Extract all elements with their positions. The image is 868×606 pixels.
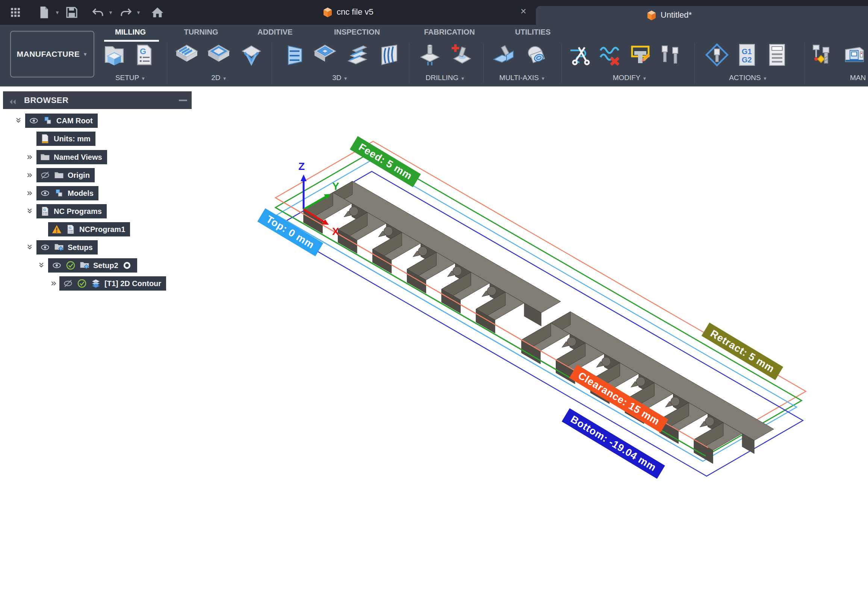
viewport-3d-scene[interactable]: ZYX xyxy=(244,124,845,504)
close-tab-icon[interactable]: × xyxy=(521,6,527,17)
trim-toolpath-icon[interactable] xyxy=(568,43,592,67)
face-icon[interactable] xyxy=(175,43,199,67)
undo-icon[interactable] xyxy=(91,5,105,20)
drill-icon[interactable] xyxy=(418,43,442,67)
group-manage[interactable]: MAN xyxy=(850,74,866,82)
group-setup[interactable]: SETUP ▼ xyxy=(115,74,146,82)
tool-library-icon[interactable] xyxy=(810,43,834,67)
layers-icon xyxy=(91,278,101,289)
chevron-collapsed-icon[interactable] xyxy=(25,170,34,180)
document-icon xyxy=(322,6,334,19)
swarf-icon[interactable] xyxy=(491,43,516,67)
title-bar: ▼ ▼ ▼ cnc file v5 × Untitled* xyxy=(0,0,868,25)
folder-icon xyxy=(40,152,50,162)
eye-icon[interactable] xyxy=(40,188,50,199)
gcode-document-icon xyxy=(65,224,76,235)
undo-menu-caret[interactable]: ▼ xyxy=(108,10,113,16)
warning-icon xyxy=(51,224,62,235)
redo-menu-caret[interactable]: ▼ xyxy=(136,10,141,16)
group-separator xyxy=(409,43,409,84)
adaptive-3d-icon[interactable] xyxy=(282,43,306,67)
post-process-icon[interactable] xyxy=(735,43,759,67)
group-separator xyxy=(694,43,695,84)
file-menu-caret[interactable]: ▼ xyxy=(55,10,60,16)
ribbon: MANUFACTURE ▼ MILLING TURNING ADDITIVE I… xyxy=(0,25,868,87)
chevron-expanded-icon[interactable] xyxy=(36,261,46,270)
chevron-expanded-icon[interactable] xyxy=(25,207,34,216)
group-separator xyxy=(272,43,272,84)
group-3d[interactable]: 3D ▼ xyxy=(332,74,347,82)
group-separator xyxy=(804,43,805,84)
group-separator xyxy=(561,43,562,84)
new-setup-icon[interactable] xyxy=(102,43,126,67)
tab-inspection[interactable]: INSPECTION xyxy=(334,28,380,36)
browser-title: BROWSER xyxy=(24,95,68,105)
home-icon[interactable] xyxy=(150,5,164,20)
eye-off-icon[interactable] xyxy=(40,170,50,180)
drill-tap-icon[interactable] xyxy=(450,43,474,67)
setup-folder-icon xyxy=(54,242,64,253)
tab-utilities[interactable]: UTILITIES xyxy=(515,28,550,36)
group-separator xyxy=(483,43,484,84)
edit-toolpath-icon[interactable] xyxy=(628,43,652,67)
group-actions[interactable]: ACTIONS ▼ xyxy=(729,74,767,82)
document-icon xyxy=(646,9,657,22)
document-tab-inactive[interactable]: Untitled* xyxy=(536,6,868,25)
active-tab-underline xyxy=(104,40,159,42)
delete-passes-icon[interactable] xyxy=(598,43,622,67)
group-multi-axis[interactable]: MULTI-AXIS ▼ xyxy=(499,74,545,82)
group-separator xyxy=(167,43,167,84)
tab-turning[interactable]: TURNING xyxy=(184,28,218,36)
eye-off-icon[interactable] xyxy=(63,278,73,289)
group-drilling[interactable]: DRILLING ▼ xyxy=(426,74,465,82)
flat-3d-icon[interactable] xyxy=(313,43,337,67)
cubes-icon xyxy=(42,115,53,126)
eye-icon[interactable] xyxy=(40,242,50,253)
tab-additive[interactable]: ADDITIVE xyxy=(257,28,292,36)
setup-folder-icon xyxy=(79,260,90,271)
workspace-label: MANUFACTURE xyxy=(17,50,80,59)
setup-sheet-icon[interactable] xyxy=(765,43,789,67)
cubes-icon xyxy=(54,188,64,199)
active-ring-icon xyxy=(122,260,132,271)
contour-2d-icon[interactable] xyxy=(239,43,264,67)
chevron-collapsed-icon[interactable] xyxy=(25,152,34,162)
document-title: cnc file v5 xyxy=(337,7,374,17)
app-grid-icon[interactable] xyxy=(8,5,23,20)
save-icon[interactable] xyxy=(65,5,79,20)
pocket-2d-icon[interactable] xyxy=(207,43,231,67)
collapse-panel-icon[interactable] xyxy=(8,97,18,107)
check-icon xyxy=(77,278,87,289)
document-title: Untitled* xyxy=(660,10,692,20)
group-modify[interactable]: MODIFY ▼ xyxy=(613,74,647,82)
axis-label: X xyxy=(332,225,339,237)
browser-header: BROWSER xyxy=(3,91,192,109)
simulate-icon[interactable] xyxy=(705,43,729,67)
chevron-expanded-icon[interactable] xyxy=(14,116,23,126)
fusion-manufacture-window: ▼ ▼ ▼ cnc file v5 × Untitled* MANUFACTUR… xyxy=(0,0,868,606)
nc-program-icon[interactable] xyxy=(132,43,156,67)
flow-3d-icon[interactable] xyxy=(377,43,401,67)
chevron-down-icon: ▼ xyxy=(83,51,88,57)
machine-library-icon[interactable] xyxy=(842,43,866,67)
minimize-panel-icon[interactable] xyxy=(179,99,187,101)
workspace-switcher-button[interactable]: MANUFACTURE ▼ xyxy=(10,31,94,78)
gcode-document-icon xyxy=(40,206,50,216)
group-2d[interactable]: 2D ▼ xyxy=(211,74,226,82)
tool-orientation-icon[interactable] xyxy=(658,43,682,67)
redo-icon[interactable] xyxy=(119,5,133,20)
tab-milling[interactable]: MILLING xyxy=(115,28,146,36)
steep-3d-icon[interactable] xyxy=(345,43,369,67)
units-document-icon xyxy=(40,134,50,144)
rotary-icon[interactable] xyxy=(525,43,549,67)
chevron-collapsed-icon[interactable] xyxy=(49,278,59,288)
folder-icon xyxy=(54,170,64,180)
chevron-collapsed-icon[interactable] xyxy=(25,188,34,198)
chevron-expanded-icon[interactable] xyxy=(25,242,34,252)
tab-fabrication[interactable]: FABRICATION xyxy=(424,28,474,36)
file-icon[interactable] xyxy=(37,5,51,20)
check-icon xyxy=(65,260,76,271)
axis-label: Z xyxy=(298,160,305,172)
eye-icon[interactable] xyxy=(51,260,62,271)
eye-icon[interactable] xyxy=(29,115,39,126)
